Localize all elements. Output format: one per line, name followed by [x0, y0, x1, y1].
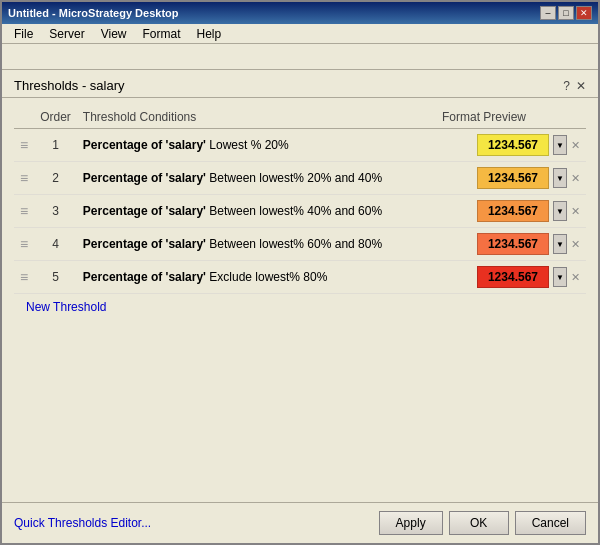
- row-format-cell: 1234.567▼✕: [420, 162, 586, 195]
- row-delete-icon[interactable]: ✕: [571, 238, 580, 251]
- quick-thresholds-link[interactable]: Quick Thresholds Editor...: [14, 516, 151, 530]
- row-order: 1: [34, 129, 77, 162]
- row-condition: Percentage of 'salary' Lowest % 20%: [77, 129, 421, 162]
- drag-handle[interactable]: ≡: [14, 228, 34, 261]
- format-preview-swatch[interactable]: 1234.567: [477, 200, 549, 222]
- row-condition: Percentage of 'salary' Between lowest% 2…: [77, 162, 421, 195]
- col-condition-header: Threshold Conditions: [77, 106, 421, 129]
- row-order: 4: [34, 228, 77, 261]
- col-format-header: Format Preview: [420, 106, 586, 129]
- row-delete-icon[interactable]: ✕: [571, 172, 580, 185]
- drag-handle[interactable]: ≡: [14, 129, 34, 162]
- menu-format[interactable]: Format: [134, 25, 188, 43]
- maximize-button[interactable]: □: [558, 6, 574, 20]
- col-drag: [14, 106, 34, 129]
- menu-server[interactable]: Server: [41, 25, 92, 43]
- row-condition: Percentage of 'salary' Between lowest% 6…: [77, 228, 421, 261]
- table-row: ≡5Percentage of 'salary' Exclude lowest%…: [14, 261, 586, 294]
- row-order: 3: [34, 195, 77, 228]
- window-title: Untitled - MicroStrategy Desktop: [8, 7, 179, 19]
- col-order-header: Order: [34, 106, 77, 129]
- table-row: ≡4Percentage of 'salary' Between lowest%…: [14, 228, 586, 261]
- apply-button[interactable]: Apply: [379, 511, 443, 535]
- format-dropdown-btn[interactable]: ▼: [553, 168, 567, 188]
- menu-view[interactable]: View: [93, 25, 135, 43]
- dialog-buttons: Apply OK Cancel: [379, 511, 586, 535]
- table-row: ≡1Percentage of 'salary' Lowest % 20%123…: [14, 129, 586, 162]
- menu-help[interactable]: Help: [189, 25, 230, 43]
- row-order: 5: [34, 261, 77, 294]
- menu-file[interactable]: File: [6, 25, 41, 43]
- format-preview-swatch[interactable]: 1234.567: [477, 266, 549, 288]
- title-bar: Untitled - MicroStrategy Desktop – □ ✕: [2, 2, 598, 24]
- menu-bar: File Server View Format Help: [2, 24, 598, 44]
- format-dropdown-btn[interactable]: ▼: [553, 135, 567, 155]
- ok-button[interactable]: OK: [449, 511, 509, 535]
- dialog-title: Thresholds - salary: [14, 78, 125, 93]
- row-format-cell: 1234.567▼✕: [420, 129, 586, 162]
- row-delete-icon[interactable]: ✕: [571, 205, 580, 218]
- table-header-row: Order Threshold Conditions Format Previe…: [14, 106, 586, 129]
- format-dropdown-btn[interactable]: ▼: [553, 201, 567, 221]
- format-preview-swatch[interactable]: 1234.567: [477, 233, 549, 255]
- row-format-cell: 1234.567▼✕: [420, 195, 586, 228]
- dialog-header-icons: ? ✕: [563, 79, 586, 93]
- format-preview-swatch[interactable]: 1234.567: [477, 167, 549, 189]
- threshold-table: Order Threshold Conditions Format Previe…: [14, 106, 586, 294]
- dialog: Thresholds - salary ? ✕ Order Threshold …: [2, 70, 598, 543]
- row-format-cell: 1234.567▼✕: [420, 261, 586, 294]
- help-icon[interactable]: ?: [563, 79, 570, 93]
- row-delete-icon[interactable]: ✕: [571, 139, 580, 152]
- row-condition: Percentage of 'salary' Between lowest% 4…: [77, 195, 421, 228]
- dialog-close-icon[interactable]: ✕: [576, 79, 586, 93]
- row-format-cell: 1234.567▼✕: [420, 228, 586, 261]
- row-delete-icon[interactable]: ✕: [571, 271, 580, 284]
- toolbar: [2, 44, 598, 70]
- title-bar-controls: – □ ✕: [540, 6, 592, 20]
- bottom-bar: Quick Thresholds Editor... Apply OK Canc…: [2, 502, 598, 543]
- row-condition: Percentage of 'salary' Exclude lowest% 8…: [77, 261, 421, 294]
- dialog-header: Thresholds - salary ? ✕: [2, 70, 598, 98]
- table-row: ≡3Percentage of 'salary' Between lowest%…: [14, 195, 586, 228]
- main-window: Untitled - MicroStrategy Desktop – □ ✕ F…: [0, 0, 600, 545]
- format-dropdown-btn[interactable]: ▼: [553, 267, 567, 287]
- table-row: ≡2Percentage of 'salary' Between lowest%…: [14, 162, 586, 195]
- drag-handle[interactable]: ≡: [14, 195, 34, 228]
- minimize-button[interactable]: –: [540, 6, 556, 20]
- drag-handle[interactable]: ≡: [14, 261, 34, 294]
- drag-handle[interactable]: ≡: [14, 162, 34, 195]
- format-preview-swatch[interactable]: 1234.567: [477, 134, 549, 156]
- row-order: 2: [34, 162, 77, 195]
- new-threshold-link[interactable]: New Threshold: [14, 294, 118, 320]
- window-close-button[interactable]: ✕: [576, 6, 592, 20]
- table-container: Order Threshold Conditions Format Previe…: [2, 98, 598, 502]
- format-dropdown-btn[interactable]: ▼: [553, 234, 567, 254]
- cancel-button[interactable]: Cancel: [515, 511, 586, 535]
